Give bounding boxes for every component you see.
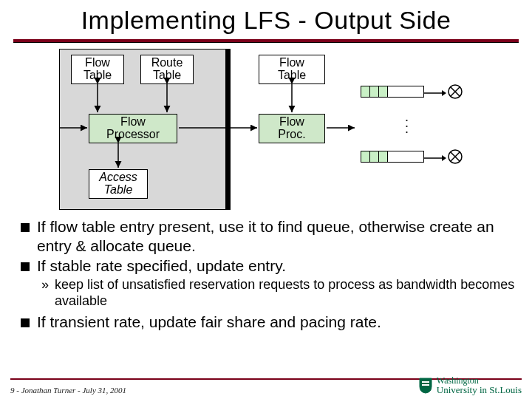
queue-empty <box>388 86 423 97</box>
queue-empty <box>388 151 423 162</box>
queue-arrow <box>424 89 446 98</box>
bullet-item: If transient rate, update fair share and… <box>21 313 516 332</box>
bullet-list: If transient rate, update fair share and… <box>0 313 532 332</box>
output-x-icon <box>448 84 463 99</box>
output-x-icon <box>448 149 463 164</box>
bullet-item: If stable rate specified, update entry. <box>21 256 516 276</box>
bullet-square-icon <box>21 262 30 271</box>
shield-icon <box>419 378 432 394</box>
bullet-text: If stable rate specified, update entry. <box>37 256 286 276</box>
sub-bullet: » keep list of unsatisfied reservation r… <box>0 277 532 310</box>
bullet-square-icon <box>21 318 30 327</box>
queue-cell <box>370 86 379 97</box>
university-logo: Washington University in St.Louis <box>419 376 522 395</box>
bullet-text: If transient rate, update fair share and… <box>37 313 381 332</box>
slide: Implementing LFS - Output Side FlowTable… <box>0 0 532 399</box>
diagram: FlowTable RouteTable FlowProcessor Acces… <box>59 49 473 211</box>
queue-buffer <box>361 86 424 98</box>
bullet-text: If flow table entry present, use it to f… <box>37 217 516 255</box>
chevron-icon: » <box>41 277 52 310</box>
university-name-bottom: University in St.Louis <box>437 385 522 395</box>
slide-title: Implementing LFS - Output Side <box>0 0 532 38</box>
sub-bullet-text: keep list of unsatisfied reservation req… <box>55 277 516 310</box>
divider-thin <box>13 42 519 43</box>
queue-cell <box>370 151 379 162</box>
queue-buffer <box>361 151 424 163</box>
bullet-list: If flow table entry present, use it to f… <box>0 216 532 276</box>
bullet-item: If flow table entry present, use it to f… <box>21 217 516 255</box>
bullet-square-icon <box>21 223 30 232</box>
footer-note: 9 - Jonathan Turner - July 31, 2001 <box>10 386 126 395</box>
footer: 9 - Jonathan Turner - July 31, 2001 Wash… <box>0 376 532 395</box>
queue-arrow <box>424 154 446 163</box>
university-text: Washington University in St.Louis <box>437 376 522 395</box>
queue-cell <box>361 86 370 97</box>
queue-cell <box>379 151 388 162</box>
vertical-ellipsis-icon: ... <box>405 114 409 132</box>
queue-cell <box>361 151 370 162</box>
arrows <box>59 49 355 211</box>
queue-cell <box>379 86 388 97</box>
